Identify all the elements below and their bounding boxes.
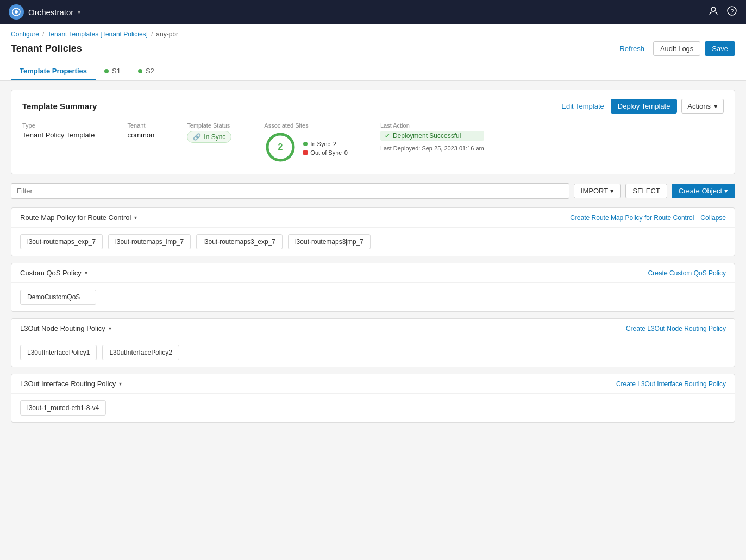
tenant-group: Tenant common (127, 122, 154, 139)
page-title-row: Tenant Policies Refresh Audit Logs Save (11, 41, 735, 62)
card-header: Template Summary Edit Template Deploy Te… (22, 99, 724, 114)
nav-left: Orchestrator ▾ (9, 4, 80, 20)
policy-item[interactable]: DemoCustomQoS (20, 290, 96, 305)
in-sync-legend: In Sync 2 (303, 141, 348, 147)
policy-item[interactable]: l3out-1_routed-eth1-8-v4 (20, 400, 106, 416)
create-object-label: Create Object (679, 187, 722, 195)
policy-section-content: l3out-routemaps_exp_7l3out-routemaps_imp… (11, 228, 735, 256)
policy-section-title: Route Map Policy for Route Control▾ (20, 213, 137, 222)
policy-item[interactable]: l3out-routemaps_exp_7 (20, 234, 103, 249)
actions-chevron-icon: ▾ (714, 102, 718, 110)
select-button[interactable]: SELECT (625, 184, 667, 198)
associated-sites-label: Associated Sites (264, 122, 348, 129)
filter-input[interactable] (11, 183, 569, 199)
policy-section-actions: Create L3Out Interface Routing Policy (616, 380, 726, 388)
tab-s2-label: S2 (146, 67, 154, 75)
policy-section-actions: Create Route Map Policy for Route Contro… (570, 214, 726, 222)
last-deployed-info: Last Deployed: Sep 25, 2023 01:16 am (380, 145, 484, 152)
breadcrumb-tenant-templates[interactable]: Tenant Templates [Tenant Policies] (47, 30, 148, 38)
tab-s1-label: S1 (112, 67, 121, 75)
import-label: IMPORT (581, 187, 608, 195)
policy-collapse-link[interactable]: Collapse (700, 214, 726, 222)
policy-section: L3Out Interface Routing Policy▾Create L3… (11, 374, 735, 423)
type-group: Type Tenant Policy Template (22, 122, 95, 139)
help-icon[interactable]: ? (726, 5, 737, 18)
policy-section-title-text: L3Out Interface Routing Policy (20, 380, 116, 388)
policy-section-chevron-icon[interactable]: ▾ (119, 381, 122, 387)
policy-create-link[interactable]: Create Custom QoS Policy (648, 269, 726, 277)
tab-template-properties[interactable]: Template Properties (11, 62, 96, 80)
policy-section-title-text: Route Map Policy for Route Control (20, 213, 131, 222)
policy-sections-container: Route Map Policy for Route Control▾Creat… (11, 207, 735, 423)
app-logo (9, 4, 24, 20)
out-of-sync-legend: Out of Sync 0 (303, 149, 348, 156)
policy-item[interactable]: L30utInterfacePolicy2 (102, 345, 179, 360)
breadcrumb-current: any-pbr (156, 30, 178, 38)
policy-section-header: Route Map Policy for Route Control▾Creat… (11, 208, 735, 228)
breadcrumb: Configure / Tenant Templates [Tenant Pol… (11, 30, 735, 38)
content-body: Template Summary Edit Template Deploy Te… (0, 81, 746, 438)
tenant-value: common (127, 131, 154, 139)
audit-logs-button[interactable]: Audit Logs (653, 41, 700, 56)
policy-create-link[interactable]: Create L3Out Node Routing Policy (626, 325, 726, 332)
last-action-label: Last Action (380, 122, 484, 129)
policy-section-content: DemoCustomQoS (11, 283, 735, 311)
nav-right: ? (708, 5, 737, 18)
policy-section-header: Custom QoS Policy▾Create Custom QoS Poli… (11, 263, 735, 283)
policy-section-chevron-icon[interactable]: ▾ (85, 270, 87, 276)
card-actions: Edit Template Deploy Template Actions ▾ (559, 99, 724, 114)
out-of-sync-dot (303, 150, 308, 155)
create-object-chevron-icon: ▾ (724, 187, 728, 195)
tab-s1[interactable]: S1 (96, 62, 129, 80)
out-of-sync-label: Out of Sync (310, 149, 341, 156)
in-sync-count: 2 (333, 141, 336, 147)
in-sync-dot (303, 142, 308, 146)
policy-create-link[interactable]: Create Route Map Policy for Route Contro… (570, 214, 694, 222)
breadcrumb-sep-1: / (42, 30, 44, 38)
save-button[interactable]: Save (705, 41, 735, 56)
template-status-value: In Sync (204, 133, 225, 141)
policy-section-chevron-icon[interactable]: ▾ (134, 215, 137, 221)
policy-section-title: Custom QoS Policy▾ (20, 269, 87, 277)
card-title: Template Summary (22, 102, 97, 111)
policy-section-title-text: Custom QoS Policy (20, 269, 82, 277)
policy-create-link[interactable]: Create L3Out Interface Routing Policy (616, 380, 726, 388)
policy-section-actions: Create Custom QoS Policy (648, 269, 726, 277)
tab-s2[interactable]: S2 (129, 62, 163, 80)
policy-section-content: l3out-1_routed-eth1-8-v4 (11, 394, 735, 422)
actions-button[interactable]: Actions ▾ (681, 99, 724, 114)
circle-chart: 2 (264, 131, 297, 165)
tenant-label: Tenant (127, 122, 154, 129)
nav-dropdown-icon[interactable]: ▾ (78, 9, 80, 15)
refresh-button[interactable]: Refresh (615, 42, 649, 55)
deploy-template-button[interactable]: Deploy Template (611, 99, 678, 114)
policy-item[interactable]: l3out-routemaps_imp_7 (108, 234, 191, 249)
svg-text:2: 2 (278, 142, 283, 152)
page-header: Configure / Tenant Templates [Tenant Pol… (0, 24, 746, 81)
breadcrumb-configure[interactable]: Configure (11, 30, 39, 38)
policy-section: L3Out Node Routing Policy▾Create L3Out N… (11, 318, 735, 367)
policy-section-actions: Create L3Out Node Routing Policy (626, 325, 726, 332)
policy-item[interactable]: l3out-routemaps3_exp_7 (196, 234, 283, 249)
filter-bar: IMPORT ▾ SELECT Create Object ▾ (11, 183, 735, 199)
create-object-button[interactable]: Create Object ▾ (672, 184, 735, 198)
policy-section-chevron-icon[interactable]: ▾ (109, 325, 111, 331)
policy-item[interactable]: l3out-routemaps3jmp_7 (288, 234, 371, 249)
policy-item[interactable]: L30utInterfacePolicy1 (20, 345, 97, 360)
user-icon[interactable] (708, 5, 719, 18)
associated-sites-group: Associated Sites 2 In Sync 2 (264, 122, 348, 165)
link-icon: 🔗 (193, 133, 201, 141)
template-status-badge: 🔗 In Sync (187, 131, 231, 143)
svg-text:?: ? (731, 8, 734, 15)
type-value: Tenant Policy Template (22, 131, 95, 139)
deploy-check-icon: ✔ (385, 132, 390, 140)
edit-template-button[interactable]: Edit Template (559, 99, 606, 113)
import-button[interactable]: IMPORT ▾ (574, 184, 621, 198)
svg-point-1 (15, 10, 18, 14)
template-summary-card: Template Summary Edit Template Deploy Te… (11, 90, 735, 174)
policy-section-header: L3Out Node Routing Policy▾Create L3Out N… (11, 319, 735, 338)
circle-wrapper: 2 In Sync 2 Out of Sync 0 (264, 131, 348, 165)
in-sync-label: In Sync (310, 141, 330, 147)
last-deployed-value: Sep 25, 2023 01:16 am (422, 145, 484, 152)
policy-section: Route Map Policy for Route Control▾Creat… (11, 207, 735, 256)
